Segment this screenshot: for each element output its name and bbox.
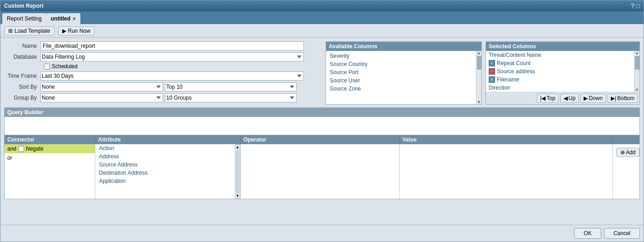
available-columns-list: Severity Source Country Source Port Sour… [326,51,476,104]
down-label: Down [589,95,603,101]
load-template-label: Load Template [15,28,50,34]
add-button-area: ⊕ Add [612,144,639,199]
scroll-down-icon[interactable]: ▼ [635,88,639,92]
sortby-select[interactable]: None [40,82,163,91]
negate-label: Negate [26,146,44,152]
maximize-icon[interactable]: □ [636,2,640,10]
cancel-button[interactable]: Cancel [604,228,640,239]
down-button[interactable]: ▶ Down [580,94,606,103]
scheduled-label: Scheduled [52,63,78,70]
list-item[interactable]: Source Zone [326,85,476,93]
scheduled-checkbox[interactable] [44,64,50,70]
connector-column: and Negate or [5,144,95,199]
selected-columns-list: Threat/Content Name + Repeat Count − Sou… [486,51,634,92]
query-builder-section: Query Builder Connector Attribute Operat… [4,107,640,199]
title-bar-controls: ? □ [631,2,640,10]
bottom-button[interactable]: ▶| Bottom [608,94,638,103]
top-icon: |◀ [540,95,545,101]
database-row: Database Data Filtering Log [4,52,322,61]
negate-checkbox[interactable] [18,146,24,152]
run-now-button[interactable]: ▶ Run Now [58,26,94,35]
scroll-up-icon[interactable]: ▲ [477,51,481,55]
connector-or-label: or [7,155,12,161]
tab-report-setting-label: Report Setting [7,15,42,22]
tab-report-setting[interactable]: Report Setting [2,13,46,24]
bottom-label: Bottom [617,95,634,101]
database-select[interactable]: Data Filtering Log [40,52,304,61]
title-bar: Custom Report ? □ [0,0,644,11]
list-item[interactable]: Address [95,152,235,161]
down-icon: ▶ [584,95,588,101]
list-item[interactable]: Application [95,177,235,185]
query-editor[interactable] [5,117,639,135]
run-now-icon: ▶ [62,28,66,34]
available-columns-header: Available Columns [326,42,481,51]
attribute-list: Action Address Source Address Destinatio… [95,144,235,199]
load-template-button[interactable]: ⊞ Load Template [4,26,54,35]
attribute-scrollbar[interactable]: ▲ ▼ [235,144,240,199]
connector-row-and[interactable]: and Negate [5,144,95,153]
list-item[interactable]: Action [95,144,235,152]
query-builder-header: Query Builder [5,108,639,117]
query-table-body: and Negate or Action Address Source A [5,144,639,199]
tabs-bar: Report Setting untitled ✕ [0,11,644,24]
scroll-up-icon[interactable]: ▲ [635,51,639,55]
query-table-header: Connector Attribute Operator Value [5,135,639,144]
scroll-up-icon[interactable]: ▲ [236,145,239,149]
scroll-down-icon[interactable]: ▼ [477,100,481,104]
top-select[interactable]: Top 10 [165,82,297,91]
scrollbar-thumb [635,56,639,70]
list-item[interactable]: Destination Address [95,169,235,177]
available-columns-scrollbar[interactable]: ▲ ▼ [476,51,481,104]
connector-col-header: Connector [5,135,95,144]
help-icon[interactable]: ? [631,2,634,10]
list-item[interactable]: Direction [486,84,634,92]
list-item[interactable]: Severity [326,52,476,60]
groupby-label: Group By [4,95,40,101]
selected-columns-scrollbar[interactable]: ▲ ▼ [634,51,639,92]
timeframe-label: Time Frame [4,73,40,79]
top-button[interactable]: |◀ Top [537,94,558,103]
up-button[interactable]: ◀ Up [560,94,579,103]
tab-close-icon[interactable]: ✕ [72,16,76,21]
timeframe-select[interactable]: Last 30 Days [40,71,304,81]
add-label: Add [626,149,635,156]
up-icon: ◀ [564,95,568,101]
scrollbar-thumb [477,56,481,70]
selected-col-label: Filename [497,76,519,83]
run-now-label: Run Now [68,28,90,34]
lines-icon[interactable]: ≡ [489,76,495,83]
toolbar: ⊞ Load Template ▶ Run Now [0,24,644,38]
connector-row-or[interactable]: or [5,153,95,162]
main-content: Name Database Data Filtering Log Schedul… [0,38,644,225]
name-input[interactable] [40,41,304,50]
top-section: Name Database Data Filtering Log Schedul… [4,41,640,105]
ok-button[interactable]: OK [574,228,601,239]
top-label: Top [546,95,555,101]
selected-col-label: Source address [497,68,535,75]
attribute-col-header: Attribute [95,135,241,144]
connector-and-label: and [7,146,16,152]
sortby-row: Sort By None Top 10 [4,82,322,91]
scroll-down-icon[interactable]: ▼ [236,194,239,198]
tab-untitled-label: untitled [51,15,70,22]
list-item[interactable]: Source Country [326,60,476,68]
tab-untitled[interactable]: untitled ✕ [46,13,80,24]
window-title: Custom Report [4,3,44,9]
add-button[interactable]: ⊕ Add [616,148,639,157]
operator-col-header: Operator [241,135,400,144]
minus-icon[interactable]: − [489,68,495,75]
list-item[interactable]: Threat/Content Name [486,51,634,59]
list-item[interactable]: Source User [326,76,476,85]
list-item[interactable]: ≡ Filename [486,76,634,84]
plus-icon[interactable]: + [489,60,495,66]
list-item[interactable]: − Source address [486,67,634,76]
groupby-row: Group By None 10 Groups [4,93,322,102]
list-item[interactable]: + Repeat Count [486,59,634,67]
list-item[interactable]: Source Address [95,161,235,169]
attribute-column: Action Address Source Address Destinatio… [95,144,241,199]
groupby-select[interactable]: None [40,93,163,102]
groups-select[interactable]: 10 Groups [165,93,297,102]
form-section: Name Database Data Filtering Log Schedul… [4,41,322,105]
list-item[interactable]: Source Port [326,68,476,76]
